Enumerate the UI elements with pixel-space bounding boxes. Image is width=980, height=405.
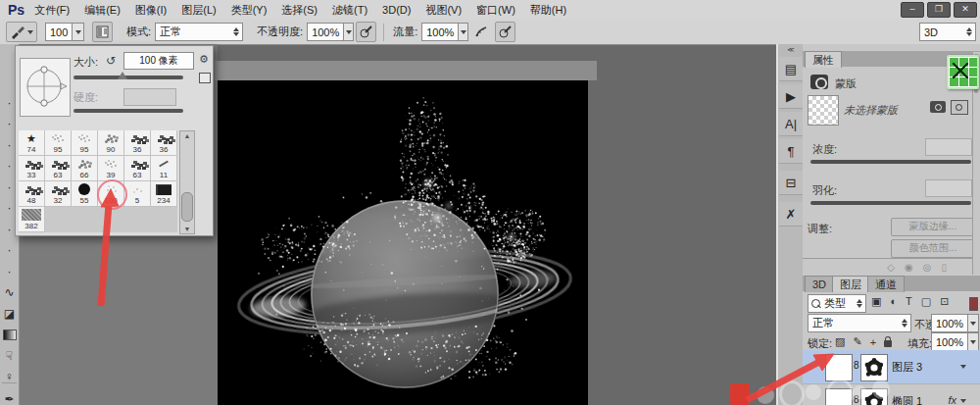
filter-type-icon[interactable]: T bbox=[906, 295, 912, 308]
filter-adjustment-icon[interactable]: ◐ bbox=[890, 295, 897, 308]
pen-tool[interactable]: ✒ bbox=[0, 389, 19, 405]
scroll-up-icon[interactable]: ▲ bbox=[180, 131, 194, 140]
menu-item[interactable]: 3D(D) bbox=[382, 4, 411, 16]
brush-preset[interactable]: 63 bbox=[45, 156, 72, 181]
panel-icon-character[interactable]: A| bbox=[779, 112, 803, 136]
layer-mask-thumbnail[interactable] bbox=[825, 388, 853, 405]
brush-preset[interactable]: 234 bbox=[151, 181, 177, 207]
mask-edge-button[interactable]: 蒙版边缘... bbox=[891, 218, 975, 236]
chevron-down-icon[interactable] bbox=[967, 315, 978, 331]
panel-icon-paragraph[interactable]: ¶ bbox=[779, 139, 803, 164]
tab-3d[interactable]: 3D bbox=[805, 276, 834, 292]
brush-preset[interactable]: 90 bbox=[98, 130, 124, 156]
canvas[interactable] bbox=[218, 80, 588, 405]
brush-preset[interactable]: 48 bbox=[19, 181, 45, 207]
menu-item[interactable]: 图像(I) bbox=[135, 4, 167, 16]
tab-channels[interactable]: 通道 bbox=[867, 276, 905, 292]
chevron-down-icon[interactable] bbox=[72, 24, 83, 40]
blend-mode-select[interactable]: 正常 bbox=[808, 314, 911, 332]
opacity-pressure-icon[interactable] bbox=[356, 22, 376, 42]
brush-angle-control[interactable] bbox=[20, 58, 71, 117]
menu-item[interactable]: 帮助(H) bbox=[530, 4, 566, 16]
brush-preset[interactable]: 95 bbox=[72, 130, 98, 156]
tab-properties[interactable]: 属性 bbox=[805, 51, 842, 68]
scrollbar-thumb[interactable] bbox=[181, 192, 193, 222]
lock-move-icon[interactable]: + bbox=[870, 336, 876, 348]
panel-icon-layer-comps[interactable]: ⊟ bbox=[779, 171, 803, 195]
图层 3[interactable]: 8 图层 3 bbox=[803, 350, 980, 384]
menu-item[interactable]: 选择(S) bbox=[281, 4, 318, 16]
gradient-tool[interactable] bbox=[0, 326, 19, 344]
brush-tool-preview[interactable] bbox=[6, 22, 37, 42]
mask-thumbnail[interactable] bbox=[808, 95, 839, 126]
scroll-down-icon[interactable]: ▼ bbox=[180, 225, 194, 233]
brush-preset[interactable] bbox=[151, 207, 177, 232]
restore-button[interactable]: ❐ bbox=[927, 2, 951, 18]
brush-preset[interactable] bbox=[72, 207, 98, 232]
opacity-combo[interactable]: 100% bbox=[307, 23, 354, 41]
brush-preset[interactable]: 39 bbox=[98, 156, 124, 181]
panel-icon-tool-presets[interactable]: ✗ bbox=[779, 202, 803, 227]
menu-item[interactable]: 文件(F) bbox=[34, 4, 70, 16]
workspace-select[interactable]: 3D bbox=[919, 23, 976, 41]
tab-layers[interactable]: 图层 bbox=[832, 276, 869, 292]
fill-combo[interactable]: 100% bbox=[931, 332, 979, 351]
gear-icon[interactable]: ⚙ bbox=[199, 53, 209, 66]
airbrush-icon[interactable] bbox=[470, 22, 491, 42]
brush-preset[interactable] bbox=[98, 207, 124, 232]
reset-size-icon[interactable]: ↺ bbox=[106, 54, 116, 68]
clone-stamp-tool[interactable]: · bbox=[0, 262, 19, 280]
fx-badge[interactable] bbox=[956, 360, 966, 372]
lock-transparency-icon[interactable]: ▨ bbox=[835, 335, 845, 348]
chevron-down-icon[interactable] bbox=[458, 24, 467, 40]
flow-combo[interactable]: 100% bbox=[421, 23, 468, 41]
mode-select[interactable]: 正常 bbox=[155, 23, 243, 41]
椭圆 1[interactable]: 8 椭圆 1 fx bbox=[803, 384, 980, 405]
brush-preset[interactable]: 36 bbox=[124, 130, 151, 156]
collapse-panels-icon[interactable]: ≪ bbox=[781, 46, 801, 54]
eraser-tool[interactable]: ◪ bbox=[0, 304, 19, 323]
layer-thumbnail[interactable] bbox=[860, 388, 888, 405]
fx-badge[interactable]: fx bbox=[948, 394, 966, 405]
brush-preset[interactable]: 74 bbox=[19, 130, 45, 156]
brush-preset[interactable]: 5 bbox=[124, 181, 151, 207]
layer-filter-select[interactable]: 类型 bbox=[808, 294, 866, 313]
preset-scrollbar[interactable]: ▲ ▼ bbox=[179, 130, 195, 234]
brush-size-combo[interactable]: 100 bbox=[45, 23, 84, 41]
smudge-tool[interactable]: ☟ bbox=[0, 346, 19, 365]
brush-tool[interactable]: · bbox=[0, 240, 19, 259]
layer-thumbnail[interactable] bbox=[860, 354, 888, 381]
mask-disable-icon[interactable]: ◎ bbox=[923, 262, 932, 273]
panel-icon-actions[interactable]: ▶ bbox=[779, 84, 803, 109]
brush-preset[interactable] bbox=[45, 207, 72, 232]
add-pixel-mask-icon[interactable] bbox=[930, 101, 946, 113]
brush-preset[interactable]: 36 bbox=[151, 130, 177, 156]
brush-preset[interactable]: 63 bbox=[124, 156, 151, 181]
chevron-down-icon[interactable] bbox=[967, 333, 978, 350]
size-pressure-icon[interactable] bbox=[495, 22, 515, 42]
color-range-button[interactable]: 颜色范围... bbox=[891, 239, 975, 258]
size-slider[interactable] bbox=[74, 76, 183, 79]
size-field[interactable]: 100 像素 bbox=[123, 52, 194, 70]
menu-item[interactable]: 编辑(E) bbox=[84, 4, 121, 16]
brush-preset[interactable]: 66 bbox=[72, 156, 98, 181]
new-preset-icon[interactable] bbox=[199, 73, 211, 83]
brush-preset[interactable]: 11 bbox=[151, 156, 177, 181]
filter-toggle-icon[interactable] bbox=[969, 297, 978, 311]
menu-item[interactable]: 视图(V) bbox=[425, 4, 462, 16]
mask-apply-icon[interactable]: ◇ bbox=[887, 262, 895, 273]
layer-opacity-combo[interactable]: 100% bbox=[931, 314, 979, 332]
mask-delete-icon[interactable]: ▯ bbox=[941, 262, 947, 273]
screenshot-overlay-icon[interactable] bbox=[947, 55, 979, 89]
panel-icon-brush-presets[interactable]: ▤ bbox=[779, 57, 803, 81]
menu-item[interactable]: 图层(L) bbox=[181, 4, 216, 16]
lock-all-icon[interactable] bbox=[884, 340, 892, 347]
layer-mask-thumbnail[interactable] bbox=[825, 354, 853, 381]
minimize-button[interactable]: – bbox=[901, 2, 924, 18]
chevron-down-icon[interactable] bbox=[343, 24, 353, 40]
brush-preset[interactable]: 32 bbox=[45, 181, 72, 207]
mask-view-icon[interactable]: ◉ bbox=[905, 262, 913, 273]
brush-preset[interactable]: 382 bbox=[19, 207, 45, 232]
menu-item[interactable]: 滤镜(T) bbox=[332, 4, 368, 16]
brush-preset[interactable] bbox=[124, 207, 151, 232]
